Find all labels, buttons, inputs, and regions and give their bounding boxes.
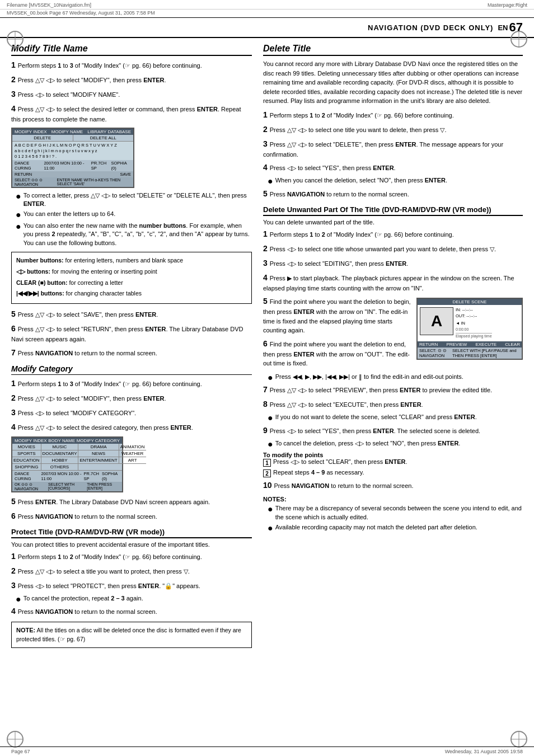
- step-dt-2: 2 Press △▽ ◁▷ to select one title you wa…: [263, 124, 523, 135]
- delete-title-section: Delete Title You cannot record any more …: [263, 44, 523, 200]
- step-text: Press ◁▷ to select "YES", then press ENT…: [270, 428, 480, 434]
- step-du-7: 7 Press △▽ ◁▷ to select "PREVIEW", then …: [263, 384, 523, 396]
- step-mc-1: 1 Perform steps 1 to 3 of "Modify Index"…: [11, 378, 252, 389]
- note-label: NOTE:: [16, 627, 35, 633]
- step-pt-3: 3 Press ◁▷ to select "PROTECT", then pre…: [11, 580, 252, 591]
- filename-label: Filename [MV5SEK_10Navigation.fm]: [7, 2, 91, 8]
- note-2: ● Available recording capacity may not m…: [268, 523, 523, 533]
- step-text: Press △▽ ◁▷ to select the desired catego…: [18, 424, 193, 431]
- corner-decoration-bl: [7, 731, 24, 748]
- info-line-2: ◁▷ buttons: for moving the entering or i…: [16, 267, 247, 276]
- step-text: Press ◁▷ to select "PROTECT", then press…: [18, 583, 200, 589]
- notes-section: NOTES: ● There may be a discrepancy of s…: [263, 496, 523, 533]
- modify-points-section: To modify the points 1 Press ◁▷ to selec…: [263, 452, 523, 477]
- step-text: Find the point where you want the deleti…: [263, 298, 411, 334]
- step-text: Press △▽ ◁▷ to select the desired letter…: [11, 106, 241, 123]
- step-text: Press △▽ ◁▷ to select "RETURN", then pre…: [11, 326, 243, 342]
- step-mt-4: 4 Press △▽ ◁▷ to select the desired lett…: [11, 103, 252, 124]
- bullet-du-6: ● Press ◀◀, ▶, ▶▶, |◀◀, ▶▶| or ‖ to find…: [268, 373, 523, 383]
- step-text: Press △▽ ◁▷ to select "PREVIEW", then pr…: [270, 387, 492, 393]
- step-num: 8: [263, 400, 270, 408]
- step-num: 7: [11, 348, 18, 357]
- step-num: 7: [263, 385, 270, 394]
- delete-intro: You cannot record any more with Library …: [263, 59, 523, 106]
- delete-unwanted-intro: You can delete unwanted part of the titl…: [263, 219, 523, 226]
- step-text: Press △▽ ◁▷ to select one title you want…: [270, 126, 447, 133]
- bullet-dot: ●: [268, 504, 273, 514]
- step-num: 5: [11, 309, 18, 318]
- delete-title-heading: Delete Title: [263, 44, 523, 56]
- step-text: Press ENTER. The Library Database DVD Na…: [18, 499, 210, 505]
- step-num: 5: [11, 497, 18, 506]
- bullet-dt-1: ● When you cancel the deletion, select "…: [268, 176, 523, 186]
- modify-point-text: Press ◁▷ to select "CLEAR", then press E…: [273, 458, 407, 466]
- step-text: Press ◁▷ to select "MODIFY CATEGORY".: [18, 410, 136, 416]
- masterpage-label: Masterpage:Right: [488, 2, 527, 8]
- bullet-dot: ●: [268, 176, 273, 186]
- step-mc-2: 2 Press △▽ ◁▷ to select "MODIFY", then p…: [11, 392, 252, 404]
- step-text: Press NAVIGATION to return to the normal…: [18, 350, 157, 356]
- step-dt-4: 4 Press ◁▷ to select "YES", then press E…: [263, 162, 523, 173]
- page-title-bar: NAVIGATION (DVD DECK ONLY) EN 67: [0, 18, 534, 38]
- modify-title-section: Modify Title Name 1 Perform steps 1 to 3…: [11, 44, 252, 359]
- step-num: 5: [263, 189, 270, 198]
- modify-points-label: To modify the points: [263, 452, 523, 458]
- step-text: Press ▶ to start playback. The playback …: [263, 275, 514, 292]
- num-box: 1: [263, 459, 271, 467]
- step-text: Press ◁▷ to select "EDITING", then press…: [270, 260, 409, 267]
- bullet-du-8: ● If you do not want to delete the scene…: [268, 413, 523, 423]
- step-pt-2: 2 Press △▽ ◁▷ to select a title you want…: [11, 565, 252, 577]
- step-dt-5: 5 Press NAVIGATION to return to the norm…: [263, 188, 523, 200]
- bullet-dot: ●: [268, 523, 273, 533]
- step-du-4: 4 Press ▶ to start playback. The playbac…: [263, 272, 523, 293]
- note-text: There may be a discrepancy of several se…: [275, 504, 523, 522]
- info-line-1: Number buttons: for entering letters, nu…: [16, 256, 247, 265]
- protect-intro: You can protect titles to prevent accide…: [11, 541, 252, 548]
- modify-category-heading: Modify Category: [11, 364, 252, 375]
- protect-title-section: Protect Title (DVD-RAM/DVD-RW (VR mode))…: [11, 528, 252, 648]
- bullet-dot: ●: [16, 191, 21, 201]
- step-mt-7: 7 Press NAVIGATION to return to the norm…: [11, 347, 252, 359]
- modify-point-2: 2 Repeat steps 4 – 9 as necessary.: [263, 469, 523, 477]
- step-pt-1: 1 Perform steps 1 to 2 of "Modify Index"…: [11, 551, 252, 562]
- bullet-text: If you do not want to delete the scene, …: [275, 413, 477, 421]
- delete-unwanted-heading: Delete Unwanted Part Of The Title (DVD-R…: [263, 205, 523, 216]
- corner-decoration-tl: [7, 31, 24, 48]
- bullet-text: Press ◀◀, ▶, ▶▶, |◀◀, ▶▶| or ‖ to find t…: [275, 373, 463, 381]
- delete-screen-body: A IN: --:--:-- OUT: --:--:-- ◄ IN 0:00:0…: [418, 305, 522, 341]
- info-box: Number buttons: for entering letters, nu…: [11, 252, 252, 304]
- step-du-2: 2 Press ◁▷ to select one title whose unw…: [263, 243, 523, 255]
- step-num: 3: [11, 90, 18, 98]
- step-text: Press △▽ ◁▷ to select "EXECUTE", then pr…: [270, 401, 423, 408]
- footer-left: Page 67: [11, 749, 30, 754]
- header-bar: Filename [MV5SEK_10Navigation.fm] Master…: [0, 0, 534, 10]
- step-du-1: 1 Perform steps 1 to 2 of "Modify Index"…: [263, 228, 523, 240]
- step-mc-6: 6 Press NAVIGATION to return to the norm…: [11, 510, 252, 522]
- step-dt-3: 3 Press △▽ ◁▷ to select "DELETE", then p…: [263, 138, 523, 159]
- bullet-dot: ●: [268, 439, 273, 449]
- step-text: Press △▽ ◁▷ to select "SAVE", then press…: [18, 311, 158, 318]
- delete-unwanted-section: Delete Unwanted Part Of The Title (DVD-R…: [263, 205, 523, 533]
- step-num: 4: [11, 422, 18, 431]
- step-text: Press ◁▷ to select one title whose unwan…: [270, 246, 496, 252]
- step-mt-5: 5 Press △▽ ◁▷ to select "SAVE", then pre…: [11, 308, 252, 320]
- step-mt-3: 3 Press ◁▷ to select "MODIFY NAME".: [11, 88, 252, 100]
- corner-decoration-tr: [510, 31, 527, 48]
- modify-point-text: Repeat steps 4 – 9 as necessary.: [273, 469, 364, 476]
- step-num: 9: [263, 426, 270, 435]
- corner-decoration-br: [510, 731, 527, 748]
- step-num: 6: [11, 324, 18, 333]
- page-title-text: NAVIGATION (DVD DECK ONLY): [368, 24, 493, 32]
- modify-title-heading: Modify Title Name: [11, 44, 252, 56]
- bullet-mt-1: ● To correct a letter, press △▽ ◁▷ to se…: [16, 191, 252, 209]
- step-num: 4: [11, 607, 18, 616]
- protect-title-heading: Protect Title (DVD-RAM/DVD-RW (VR mode)): [11, 528, 252, 538]
- step-text: Press △▽ ◁▷ to select "MODIFY", then pre…: [18, 395, 166, 402]
- step-text: Press NAVIGATION to return to the normal…: [274, 482, 413, 489]
- book-info: MV5SEK_00.book Page 67 Wednesday, August…: [7, 10, 155, 16]
- bullet-text: To correct a letter, press △▽ ◁▷ to sele…: [24, 191, 252, 209]
- step-text: Press △▽ ◁▷ to select "DELETE", then pre…: [263, 141, 503, 158]
- step-text: Press NAVIGATION to return to the normal…: [270, 191, 409, 198]
- step-du-8: 8 Press △▽ ◁▷ to select "EXECUTE", then …: [263, 398, 523, 410]
- delete-screen-nav: SELECT: ⊙ ⊙ NAVIGATIONSELECT WITH [PLAY/…: [418, 348, 522, 359]
